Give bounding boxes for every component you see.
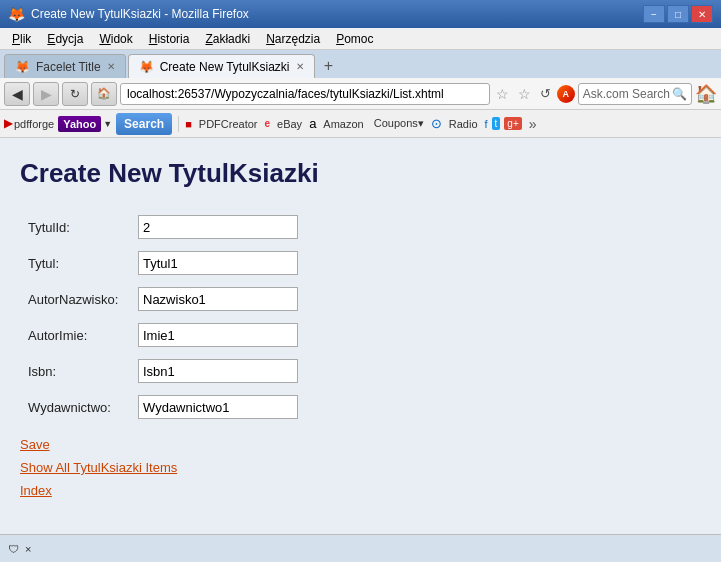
form-row-autor-imie: AutorImie: (20, 317, 306, 353)
tab-facelet-close[interactable]: ✕ (107, 61, 115, 72)
pdfforge-label: pdfforge (14, 118, 54, 130)
search-box: Ask.com Search 🔍 (578, 83, 692, 105)
menu-edycja[interactable]: Edycja (39, 30, 91, 48)
search-button[interactable]: Search (116, 113, 172, 135)
tab-facelet[interactable]: 🦊 Facelet Title ✕ (4, 54, 126, 78)
bookmark-pdfcreator[interactable]: PDFCreator (196, 118, 261, 130)
tab-bar: 🦊 Facelet Title ✕ 🦊 Create New TytulKsia… (0, 50, 721, 78)
reload-button[interactable]: ↻ (62, 82, 88, 106)
menu-historia[interactable]: Historia (141, 30, 198, 48)
yahoo-chevron-icon: ▼ (103, 119, 112, 129)
bookmark-star2-icon[interactable]: ☆ (515, 86, 534, 102)
radio-icon: ⊙ (431, 116, 442, 131)
refresh-icon[interactable]: ↺ (537, 86, 554, 101)
menu-zakladki[interactable]: Zakładki (197, 30, 258, 48)
status-shield-icon: 🛡 (8, 543, 19, 555)
window-controls: − □ ✕ (643, 5, 713, 23)
maximize-button[interactable]: □ (667, 5, 689, 23)
label-tytulid: TytulId: (20, 209, 130, 245)
tab-create-label: Create New TytulKsiazki (160, 60, 290, 74)
show-all-link[interactable]: Show All TytulKsiazki Items (20, 460, 701, 475)
label-autor-nazwisko: AutorNazwisko: (20, 281, 130, 317)
home-icon[interactable]: 🏠 (695, 83, 717, 105)
autor-imie-input[interactable] (138, 323, 298, 347)
page-title: Create New TytulKsiazki (20, 158, 701, 189)
pdf-icon: ■ (185, 118, 192, 130)
tab-create-close[interactable]: ✕ (296, 61, 304, 72)
amazon-icon: a (309, 116, 316, 131)
status-bar: 🛡 × (0, 534, 721, 562)
bookmark-amazon[interactable]: Amazon (320, 118, 366, 130)
address-bar: ◀ ▶ ↻ 🏠 ☆ ☆ ↺ A Ask.com Search 🔍 🏠 (0, 78, 721, 110)
gplus-icon: g+ (504, 117, 521, 130)
home-button-nav[interactable]: 🏠 (91, 82, 117, 106)
menu-bar: Plik Edycja Widok Historia Zakładki Narz… (0, 28, 721, 50)
yahoo-section: Yahoo ▼ (58, 116, 112, 132)
save-link[interactable]: Save (20, 437, 701, 452)
label-autor-imie: AutorImie: (20, 317, 130, 353)
title-bar: 🦊 Create New TytulKsiazki - Mozilla Fire… (0, 0, 721, 28)
divider-1 (178, 116, 179, 132)
form-row-tytulid: TytulId: (20, 209, 306, 245)
bookmark-ebay[interactable]: eBay (274, 118, 305, 130)
autor-nazwisko-input[interactable] (138, 287, 298, 311)
ebay-icon: e (264, 118, 270, 129)
pdfforge-icon: ▶ (4, 117, 12, 130)
facebook-icon: f (485, 118, 488, 130)
action-links: Save Show All TytulKsiazki Items Index (20, 437, 701, 498)
search-label: Ask.com Search (583, 87, 670, 101)
form-row-tytul: Tytul: (20, 245, 306, 281)
minimize-button[interactable]: − (643, 5, 665, 23)
forward-button[interactable]: ▶ (33, 82, 59, 106)
yahoo-dropdown-button[interactable]: Yahoo ▼ (58, 116, 112, 132)
main-content: Create New TytulKsiazki TytulId: Tytul: … (0, 138, 721, 534)
bookmark-coupons[interactable]: Coupons▾ (371, 117, 427, 130)
tytulid-input[interactable] (138, 215, 298, 239)
new-tab-button[interactable]: + (317, 54, 341, 78)
window-title: Create New TytulKsiazki - Mozilla Firefo… (31, 7, 637, 21)
yahoo-label: Yahoo (58, 116, 101, 132)
menu-narzedzia[interactable]: Narzędzia (258, 30, 328, 48)
form-row-wydawnictwo: Wydawnictwo: (20, 389, 306, 425)
label-tytul: Tytul: (20, 245, 130, 281)
tab-facelet-favicon: 🦊 (15, 60, 30, 74)
bookmark-pdfforge[interactable]: ▶ pdfforge (4, 117, 54, 130)
tab-facelet-label: Facelet Title (36, 60, 101, 74)
form-row-isbn: Isbn: (20, 353, 306, 389)
menu-widok[interactable]: Widok (91, 30, 140, 48)
bookmark-radio[interactable]: Radio (446, 118, 481, 130)
back-button[interactable]: ◀ (4, 82, 30, 106)
close-button[interactable]: ✕ (691, 5, 713, 23)
search-submit-icon[interactable]: 🔍 (672, 87, 687, 101)
ask-logo-icon: A (557, 85, 575, 103)
tab-create-favicon: 🦊 (139, 60, 154, 74)
menu-plik[interactable]: Plik (4, 30, 39, 48)
firefox-logo-icon: 🦊 (8, 6, 25, 22)
tytul-input[interactable] (138, 251, 298, 275)
twitter-icon: t (492, 117, 501, 130)
menu-pomoc[interactable]: Pomoc (328, 30, 381, 48)
tab-create[interactable]: 🦊 Create New TytulKsiazki ✕ (128, 54, 315, 78)
form-row-autor-nazwisko: AutorNazwisko: (20, 281, 306, 317)
isbn-input[interactable] (138, 359, 298, 383)
index-link[interactable]: Index (20, 483, 701, 498)
label-wydawnictwo: Wydawnictwo: (20, 389, 130, 425)
wydawnictwo-input[interactable] (138, 395, 298, 419)
more-bookmarks-button[interactable]: » (526, 116, 540, 132)
form-table: TytulId: Tytul: AutorNazwisko: AutorImie… (20, 209, 306, 425)
url-input[interactable] (120, 83, 490, 105)
status-text: × (25, 543, 31, 555)
label-isbn: Isbn: (20, 353, 130, 389)
bookmark-star-icon[interactable]: ☆ (493, 86, 512, 102)
bookmarks-bar: ▶ pdfforge Yahoo ▼ Search ■ PDFCreator e… (0, 110, 721, 138)
